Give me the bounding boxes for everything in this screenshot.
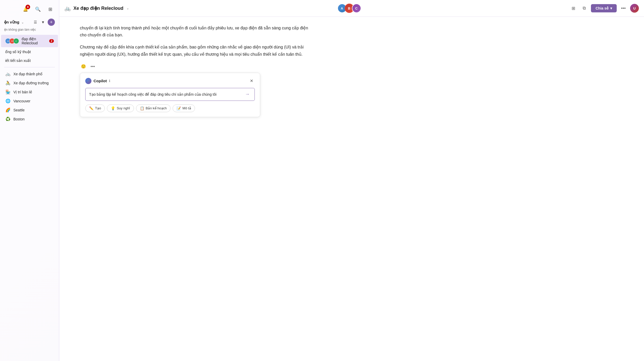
title-chevron-icon: ⌄ [126,6,129,10]
location-icon-duong-truong: 🚴 [5,80,11,85]
copilot-action-ban-ke-hoach[interactable]: 📋 Bản kế hoạch [136,104,171,112]
location-icon-vancouver: 🌐 [5,99,11,103]
more-dots-icon: ••• [91,64,95,69]
location-name-boston: Boston [13,117,25,121]
channel-badge-relecloud: 2 [49,39,54,43]
workspace-chevron: ⌄ [21,21,24,24]
header-avatar-group: A B C [337,4,361,13]
location-item-ban-le[interactable]: 🏪 Vị trí bán lẻ [1,88,58,96]
location-name-ban-le: Vị trí bán lẻ [13,90,32,94]
location-item-vancouver[interactable]: 🌐 Vancouver [1,97,58,105]
main-area: 🚲 Xe đạp điện Relecloud ⌄ A B C ⊞ ⧉ Chia… [59,0,644,361]
menu-item-ky-thuat-label: ổng số kỹ thuật [5,50,54,54]
page-title: Xe đạp điện Relecloud [73,5,123,11]
copilot-panel-wrapper: Copilot ℹ ✕ → ✏️ Tạo [80,73,312,117]
notification-button[interactable]: 🔔 8 [21,5,30,14]
header-left: 🚲 Xe đạp điện Relecloud ⌄ [64,5,129,11]
location-item-thanh-pho[interactable]: 🚲 Xe đạp thành phố [1,70,58,78]
location-name-vancouver: Vancouver [13,99,30,103]
close-icon: ✕ [250,78,253,83]
emoji-reaction-button[interactable]: 🙂 [80,63,87,70]
mo-ta-icon: 📝 [176,106,181,110]
location-name-duong-truong: Xe đạp đường trường [13,81,49,85]
more-icon: ••• [621,6,626,11]
copilot-action-tao[interactable]: ✏️ Tạo [85,104,105,112]
copilot-close-button[interactable]: ✕ [248,78,255,84]
user-profile-avatar[interactable]: U [630,4,639,13]
menu-item-san-xuat[interactable]: iết tiết sản xuất [1,56,58,65]
workspace-subtitle: ện không gian làm việc [0,28,59,35]
location-icon-thanh-pho: 🚲 [5,71,11,76]
workspace-name: ện vững ⌄ [4,20,24,24]
content-text: chuyến đi lại kịch tính trong thành phố … [80,24,312,58]
comment-actions-row: 🙂 ••• [80,63,623,70]
duplicate-icon-button[interactable]: ⧉ [580,4,588,12]
copilot-input[interactable] [89,92,244,96]
workspace-header: ện vững ⌄ ☰ ▼ + [0,17,59,28]
location-icon-boston: ♻️ [5,117,11,121]
menu-item-san-xuat-label: iết tiết sản xuất [5,59,54,63]
bike-icon: 🚲 [64,5,71,11]
search-icon: 🔍 [35,6,41,12]
svg-point-0 [87,79,90,83]
menu-list-button[interactable]: ☰ [32,19,38,25]
share-chevron-icon: ▾ [610,6,612,10]
location-name-seattle: Seattle [13,108,25,112]
copilot-header: Copilot ℹ ✕ [85,78,255,84]
menu-item-ky-thuat[interactable]: ổng số kỹ thuật [1,48,58,56]
copilot-send-button[interactable]: → [244,91,251,98]
sidebar: 🔔 8 🔍 ⊞ ện vững ⌄ ☰ ▼ + ện không gian là… [0,0,59,361]
more-options-button[interactable]: ••• [619,4,628,12]
suy-nghi-icon: 💡 [111,106,115,110]
sort-button[interactable]: ▼ [40,19,46,25]
paragraph-1: chuyến đi lại kịch tính trong thành phố … [80,24,312,38]
header-right: ⊞ ⧉ Chia sẻ ▾ ••• U [569,4,639,13]
sidebar-top: 🔔 8 🔍 ⊞ [0,0,59,17]
header-avatar-3[interactable]: C [352,4,361,13]
send-arrow-icon: → [245,92,250,97]
location-icon-ban-le: 🏪 [5,89,11,94]
tao-icon: ✏️ [89,106,94,110]
content-area: chuyến đi lại kịch tính trong thành phố … [59,17,644,361]
share-button[interactable]: Chia sẻ ▾ [591,4,617,12]
workspace-actions: ☰ ▼ + [32,19,55,26]
paragraph-2: Chương này đề cập đến khía cạnh thiết kế… [80,44,312,58]
header-center: A B C [129,4,569,13]
sidebar-divider [4,67,55,67]
copilot-action-mo-ta[interactable]: 📝 Mô tả [173,104,195,112]
copilot-logo [85,78,91,84]
search-button[interactable]: 🔍 [33,5,43,14]
copilot-info-icon[interactable]: ℹ [109,79,110,83]
layout-icon: ⊞ [48,6,52,12]
copilot-panel: Copilot ℹ ✕ → ✏️ Tạo [80,73,260,117]
channel-item-relecloud[interactable]: A B C đạp điện Relecloud 2 [1,35,58,47]
channel-avatars: A B C [5,38,19,44]
duplicate-icon: ⧉ [583,6,586,11]
copilot-title: Copilot [94,79,107,83]
add-channel-button[interactable]: + [48,19,55,26]
location-item-duong-truong[interactable]: 🚴 Xe đạp đường trường [1,79,58,87]
apps-icon: ⊞ [572,6,575,11]
copilot-input-row: → [85,88,255,101]
header: 🚲 Xe đạp điện Relecloud ⌄ A B C ⊞ ⧉ Chia… [59,0,644,17]
channel-avatar-3: C [13,38,19,44]
ban-ke-hoach-icon: 📋 [140,106,144,110]
notification-badge: 8 [26,5,30,9]
location-item-boston[interactable]: ♻️ Boston [1,115,58,123]
channel-name-relecloud: đạp điện Relecloud [22,37,47,45]
location-icon-seattle: 🌈 [5,108,11,112]
layout-button[interactable]: ⊞ [46,5,55,14]
more-comment-button[interactable]: ••• [89,63,96,70]
emoji-icon: 🙂 [81,64,86,69]
copilot-action-suy-nghi[interactable]: 💡 Suy nghĩ [107,104,134,112]
apps-icon-button[interactable]: ⊞ [569,4,578,12]
location-name-thanh-pho: Xe đạp thành phố [13,72,43,76]
copilot-actions-row: ✏️ Tạo 💡 Suy nghĩ 📋 Bản kế hoạch 📝 Mô tả [85,104,255,112]
location-item-seattle[interactable]: 🌈 Seattle [1,106,58,114]
copilot-title-row: Copilot ℹ [85,78,110,84]
